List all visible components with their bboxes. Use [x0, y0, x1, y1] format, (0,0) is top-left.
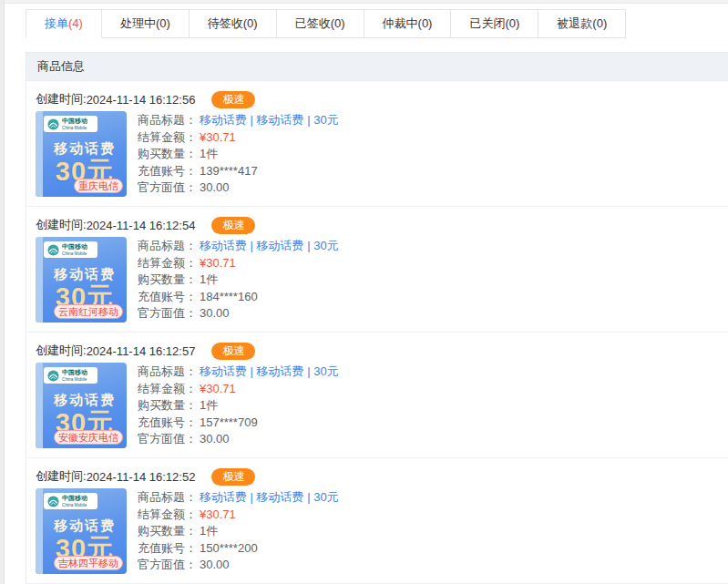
detail-label: 结算金额： — [138, 129, 200, 147]
order-time-row: 创建时间:2024-11-14 16:12:52 极速 — [36, 466, 728, 487]
detail-official-value: 官方面值： 30.00 — [138, 557, 339, 574]
detail-recharge-account: 充值账号： 139****417 — [138, 163, 339, 180]
product-title-link[interactable]: 移动话费 | 移动话费 | 30元 — [200, 489, 339, 507]
recharge-account-value: 139****417 — [200, 163, 258, 180]
detail-official-value: 官方面值： 30.00 — [138, 305, 339, 323]
tab-label: 仲裁中 — [383, 16, 418, 30]
product-title-link[interactable]: 移动话费 | 移动话费 | 30元 — [200, 364, 339, 381]
operator-name-en: China Mobile — [62, 126, 87, 130]
speed-badge: 极速 — [211, 343, 255, 360]
purchase-qty-value: 1件 — [200, 272, 218, 289]
order-body: 中国移动 China Mobile 移动话费 30元 重庆电信 商品标题： 移动… — [36, 111, 728, 197]
card-left-stripe — [36, 237, 43, 323]
tab-count: (0) — [592, 16, 607, 30]
tab-order-status[interactable]: 被退款(0) — [538, 9, 626, 38]
detail-purchase-qty: 购买数量： 1件 — [138, 146, 339, 163]
tab-label: 被退款 — [557, 16, 592, 30]
tab-count: (0) — [505, 16, 519, 30]
detail-label: 充值账号： — [138, 289, 200, 306]
operator-name-cn: 中国移动 — [62, 243, 94, 251]
tab-count: (0) — [331, 16, 345, 30]
detail-label: 购买数量： — [138, 272, 200, 289]
order-list: 创建时间:2024-11-14 16:12:56 极速 中国移动 China M… — [26, 81, 728, 584]
speed-badge: 极速 — [211, 217, 255, 234]
china-mobile-logo-text: 中国移动 China Mobile — [62, 369, 94, 382]
detail-product-title: 商品标题： 移动话费 | 移动话费 | 30元 — [138, 364, 339, 381]
tab-order-status[interactable]: 接单(4) — [26, 9, 102, 38]
order-row: 创建时间:2024-11-14 16:12:54 极速 中国移动 China M… — [26, 207, 728, 333]
detail-settle-amount: 结算金额： ¥30.71 — [138, 129, 339, 147]
purchase-qty-value: 1件 — [200, 523, 218, 540]
orders-panel: 商品信息 创建时间:2024-11-14 16:12:56 极速 中国移动 C — [26, 52, 728, 584]
recharge-account-value: 157****709 — [200, 415, 258, 432]
official-value-value: 30.00 — [200, 557, 230, 574]
detail-label: 官方面值： — [138, 179, 200, 197]
detail-settle-amount: 结算金额： ¥30.71 — [138, 255, 339, 272]
tab-order-status[interactable]: 已签收(0) — [277, 9, 364, 38]
detail-label: 官方面值： — [138, 557, 200, 574]
detail-settle-amount: 结算金额： ¥30.71 — [138, 507, 339, 524]
detail-label: 官方面值： — [138, 431, 200, 448]
tab-label: 处理中 — [120, 16, 156, 30]
order-details: 商品标题： 移动话费 | 移动话费 | 30元 结算金额： ¥30.71 购买数… — [138, 111, 339, 197]
detail-official-value: 官方面值： 30.00 — [138, 179, 339, 197]
order-status-tabs: 接单(4) 处理中(0) 待签收(0) 已签收(0) 仲裁中(0) 已关闭(0)… — [26, 9, 728, 38]
product-thumbnail[interactable]: 中国移动 China Mobile 移动话费 30元 吉林四平移动 — [36, 488, 127, 574]
detail-recharge-account: 充值账号： 157****709 — [138, 415, 339, 432]
region-badge: 重庆电信 — [74, 179, 123, 193]
detail-product-title: 商品标题： 移动话费 | 移动话费 | 30元 — [138, 489, 339, 507]
recharge-account-value: 150****200 — [200, 540, 258, 558]
purchase-qty-value: 1件 — [200, 146, 218, 163]
tab-count: (0) — [156, 16, 170, 30]
created-time-label: 创建时间: — [36, 343, 87, 359]
china-mobile-logo-text: 中国移动 China Mobile — [62, 495, 94, 507]
detail-purchase-qty: 购买数量： 1件 — [138, 272, 339, 289]
card-left-stripe — [36, 111, 43, 197]
china-mobile-logo: 中国移动 China Mobile — [44, 241, 97, 258]
tab-label: 已签收 — [295, 16, 331, 30]
product-title-link[interactable]: 移动话费 | 移动话费 | 30元 — [200, 112, 339, 129]
detail-label: 购买数量： — [138, 523, 200, 540]
detail-label: 充值账号： — [138, 415, 200, 432]
detail-label: 商品标题： — [138, 112, 200, 129]
settle-amount-value: ¥30.71 — [200, 129, 236, 147]
detail-label: 商品标题： — [138, 238, 200, 255]
tab-order-status[interactable]: 已关闭(0) — [451, 9, 538, 38]
speed-badge: 极速 — [211, 91, 255, 108]
detail-label: 官方面值： — [138, 305, 200, 323]
tab-count: (4) — [68, 16, 83, 30]
order-row: 创建时间:2024-11-14 16:12:57 极速 中国移动 China M… — [26, 333, 728, 458]
recharge-account-value: 184****160 — [200, 289, 258, 306]
tab-label: 待签收 — [208, 16, 243, 30]
china-mobile-logo: 中国移动 China Mobile — [44, 493, 97, 509]
official-value-value: 30.00 — [200, 431, 230, 448]
tab-count: (0) — [418, 16, 433, 30]
detail-label: 购买数量： — [138, 146, 200, 163]
created-time-label: 创建时间: — [36, 468, 87, 485]
region-badge: 云南红河移动 — [54, 304, 123, 319]
order-row: 创建时间:2024-11-14 16:12:56 极速 中国移动 China M… — [26, 81, 728, 207]
region-badge: 安徽安庆电信 — [54, 430, 123, 445]
tab-order-status[interactable]: 仲裁中(0) — [364, 9, 452, 38]
china-mobile-logo-icon — [47, 370, 59, 382]
operator-name-en: China Mobile — [62, 251, 87, 256]
tab-order-status[interactable]: 处理中(0) — [102, 9, 190, 38]
operator-name-cn: 中国移动 — [62, 495, 94, 502]
product-thumbnail[interactable]: 中国移动 China Mobile 移动话费 30元 安徽安庆电信 — [36, 363, 127, 448]
china-mobile-logo-text: 中国移动 China Mobile — [62, 118, 94, 130]
product-thumbnail[interactable]: 中国移动 China Mobile 移动话费 30元 重庆电信 — [36, 111, 127, 197]
china-mobile-logo: 中国移动 China Mobile — [44, 367, 97, 384]
order-row: 创建时间:2024-11-14 16:12:52 极速 中国移动 China M… — [26, 458, 728, 584]
product-title-link[interactable]: 移动话费 | 移动话费 | 30元 — [200, 238, 339, 255]
product-thumbnail[interactable]: 中国移动 China Mobile 移动话费 30元 云南红河移动 — [36, 237, 127, 323]
order-body: 中国移动 China Mobile 移动话费 30元 云南红河移动 商品标题： … — [36, 237, 728, 323]
detail-label: 结算金额： — [138, 507, 200, 524]
detail-label: 商品标题： — [138, 489, 200, 507]
tab-order-status[interactable]: 待签收(0) — [190, 9, 277, 38]
detail-label: 购买数量： — [138, 397, 200, 415]
detail-label: 结算金额： — [138, 255, 200, 272]
china-mobile-logo-text: 中国移动 China Mobile — [62, 243, 94, 256]
detail-recharge-account: 充值账号： 184****160 — [138, 289, 339, 306]
order-body: 中国移动 China Mobile 移动话费 30元 安徽安庆电信 商品标题： … — [36, 363, 728, 448]
order-details: 商品标题： 移动话费 | 移动话费 | 30元 结算金额： ¥30.71 购买数… — [138, 237, 339, 323]
